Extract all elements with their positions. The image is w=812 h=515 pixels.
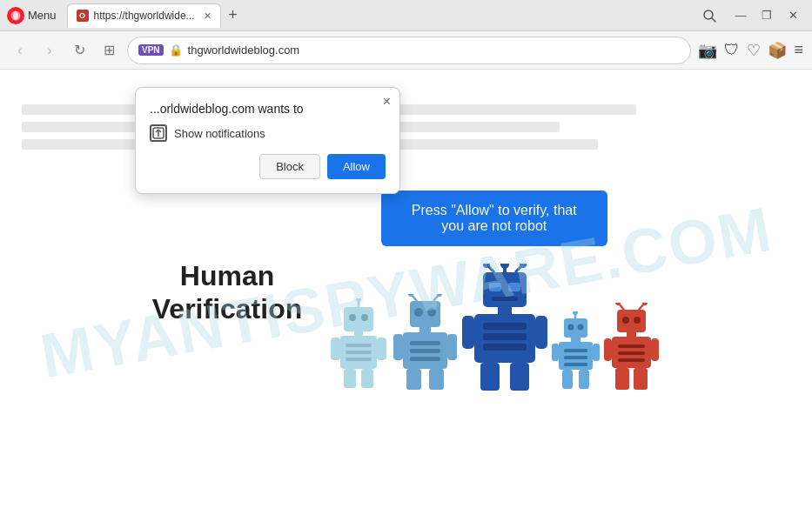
tab-close-icon[interactable]: ✕ <box>204 10 211 22</box>
title-bar-icons <box>701 7 718 24</box>
svg-point-23 <box>414 308 423 317</box>
reload-button[interactable]: ↻ <box>68 39 91 62</box>
svg-rect-34 <box>406 369 421 390</box>
svg-rect-29 <box>419 327 431 332</box>
text-section: Human Verification <box>152 259 303 326</box>
svg-rect-70 <box>593 344 600 361</box>
active-tab[interactable]: O https://thgworldwide... ✕ <box>67 3 221 28</box>
svg-point-58 <box>568 324 574 331</box>
camera-icon[interactable]: 📷 <box>698 41 717 60</box>
new-tab-button[interactable]: + <box>223 5 244 26</box>
heart-icon[interactable]: ♡ <box>747 41 761 60</box>
minimize-button[interactable]: — <box>728 3 753 28</box>
svg-rect-53 <box>480 363 500 391</box>
svg-rect-40 <box>508 283 520 291</box>
svg-rect-86 <box>651 338 659 361</box>
svg-rect-8 <box>344 307 373 331</box>
svg-line-3 <box>712 18 715 22</box>
svg-rect-57 <box>564 318 587 338</box>
svg-rect-48 <box>498 307 512 314</box>
robot-2 <box>393 294 458 394</box>
window-controls: — ❐ ✕ <box>728 3 805 28</box>
shield-icon[interactable]: 🛡 <box>724 41 740 59</box>
svg-rect-18 <box>344 369 356 388</box>
svg-rect-50 <box>483 323 527 330</box>
menu-icon[interactable]: ≡ <box>794 41 803 59</box>
svg-rect-84 <box>634 368 648 390</box>
svg-rect-85 <box>604 338 612 361</box>
close-button[interactable]: ✕ <box>781 3 805 28</box>
tab-bar: O https://thgworldwide... ✕ + <box>67 3 697 28</box>
svg-rect-39 <box>489 283 501 291</box>
address-bar-input[interactable]: VPN 🔒 thgworldwideblog.com <box>127 37 691 64</box>
svg-point-12 <box>356 298 361 302</box>
notification-popup: × ...orldwideblog.com wants to Show noti… <box>135 87 400 194</box>
tab-title: https://thgworldwide... <box>94 10 195 22</box>
svg-point-10 <box>361 314 368 321</box>
allow-button[interactable]: Allow <box>327 154 386 179</box>
svg-point-59 <box>578 324 584 331</box>
svg-rect-78 <box>627 332 636 337</box>
svg-point-61 <box>573 311 578 315</box>
page-content: MYANTISPYWARE.COM × ...orldwideblog.com … <box>0 70 812 515</box>
svg-rect-16 <box>346 351 372 354</box>
popup-title: ...orldwideblog.com wants to <box>150 102 386 116</box>
search-icon[interactable] <box>701 7 718 24</box>
address-bar: ‹ › ↻ ⊞ VPN 🔒 thgworldwideblog.com 📷 🛡 ♡… <box>0 31 812 70</box>
svg-rect-71 <box>617 310 646 332</box>
svg-rect-65 <box>564 356 587 359</box>
svg-rect-20 <box>331 338 340 360</box>
robot-3 <box>461 264 548 394</box>
title-bar: Menu O https://thgworldwide... ✕ + — ❐ ✕ <box>0 0 812 31</box>
svg-point-9 <box>349 314 356 321</box>
svg-rect-32 <box>410 349 440 353</box>
opera-logo <box>7 7 24 24</box>
block-button[interactable]: Block <box>259 154 320 179</box>
svg-rect-17 <box>346 358 372 361</box>
svg-rect-67 <box>562 370 573 389</box>
maximize-button[interactable]: ❐ <box>755 3 779 28</box>
popup-permission-row: Show notifications <box>150 124 386 142</box>
tab-favicon: O <box>77 10 89 22</box>
apps-button[interactable]: ⊞ <box>97 39 120 62</box>
svg-point-1 <box>13 11 18 20</box>
popup-close-icon[interactable]: × <box>383 95 391 109</box>
svg-rect-80 <box>618 344 645 348</box>
page-heading: Human Verification <box>152 259 303 326</box>
svg-rect-33 <box>410 357 440 361</box>
svg-rect-21 <box>377 338 386 360</box>
svg-rect-51 <box>483 333 527 340</box>
svg-rect-22 <box>410 301 440 327</box>
robots-illustration <box>328 264 660 394</box>
svg-rect-56 <box>535 316 547 349</box>
popup-buttons: Block Allow <box>150 154 386 179</box>
svg-point-73 <box>634 317 641 324</box>
browser-window: Menu O https://thgworldwide... ✕ + — ❐ ✕… <box>0 0 812 515</box>
svg-rect-13 <box>354 331 363 336</box>
svg-rect-64 <box>564 349 587 352</box>
notification-icon <box>150 124 167 142</box>
svg-rect-35 <box>429 369 444 390</box>
popup-permission-text: Show notifications <box>174 127 265 140</box>
robot-1 <box>328 298 389 394</box>
back-button[interactable]: ‹ <box>9 39 31 62</box>
svg-rect-68 <box>579 370 589 389</box>
forward-button[interactable]: › <box>38 39 61 62</box>
svg-rect-19 <box>361 369 373 388</box>
package-icon[interactable]: 📦 <box>768 41 787 60</box>
robot-5 <box>603 303 660 394</box>
svg-rect-69 <box>552 344 559 361</box>
svg-rect-82 <box>618 358 645 362</box>
svg-point-43 <box>500 264 509 269</box>
menu-label[interactable]: Menu <box>28 9 57 22</box>
svg-rect-62 <box>571 338 580 342</box>
svg-rect-15 <box>346 344 372 347</box>
svg-rect-37 <box>447 334 457 360</box>
svg-rect-66 <box>564 363 587 366</box>
cta-box: Press "Allow" to verify, that you are no… <box>381 191 607 246</box>
svg-point-72 <box>622 317 629 324</box>
right-icons: 📷 🛡 ♡ 📦 ≡ <box>698 41 803 60</box>
svg-rect-52 <box>483 344 527 351</box>
svg-rect-36 <box>393 334 403 360</box>
robot-4 <box>552 311 600 394</box>
